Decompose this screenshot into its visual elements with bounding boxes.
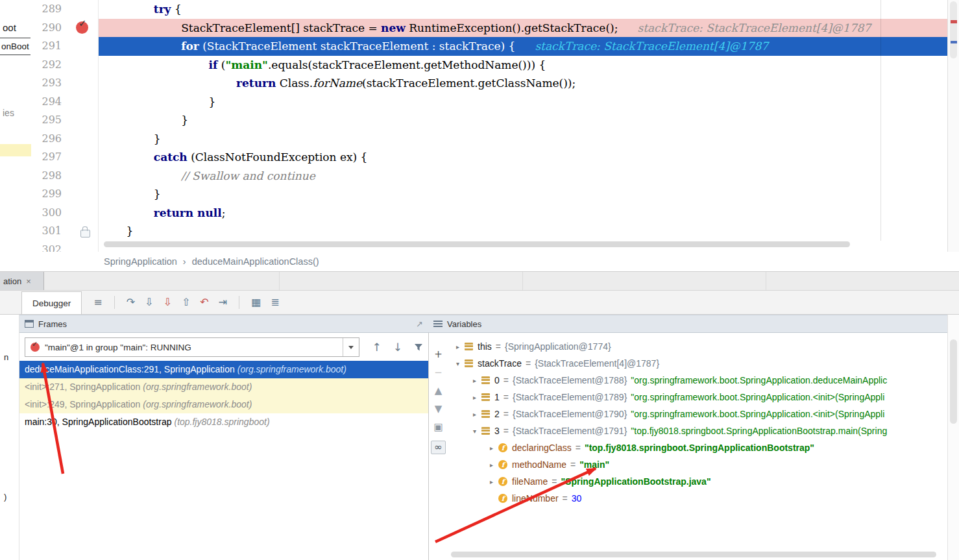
variables-vscrollbar[interactable] bbox=[947, 315, 959, 560]
line-number-gutter[interactable]: 296 bbox=[31, 130, 99, 149]
line-number-gutter[interactable]: 292 bbox=[31, 56, 99, 75]
code-token: .equals(stackTraceElement.getMethodName(… bbox=[268, 58, 546, 71]
stack-frame[interactable]: main:30, SpringApplicationBootstrap(top.… bbox=[19, 413, 428, 431]
filter-frames-icon[interactable] bbox=[414, 343, 423, 352]
scrollbar-thumb[interactable] bbox=[950, 339, 957, 424]
line-number-gutter[interactable]: 295 bbox=[31, 111, 99, 130]
chevron-right-icon[interactable]: ▸ bbox=[469, 377, 480, 384]
next-frame-icon[interactable]: ↓ bbox=[393, 342, 402, 353]
float-window-icon[interactable]: ↗ bbox=[416, 319, 423, 329]
force-step-into-icon[interactable]: ⇩ bbox=[164, 297, 172, 308]
stack-frame[interactable]: deduceMainApplicationClass:291, SpringAp… bbox=[19, 361, 428, 378]
duplicate-icon[interactable]: ▣ bbox=[433, 422, 443, 432]
drop-frame-icon[interactable]: ↶ bbox=[200, 297, 208, 308]
editor-vscrollbar[interactable] bbox=[947, 0, 959, 252]
variable-row[interactable]: ▾stackTrace={StackTraceElement[4]@1787} bbox=[448, 355, 947, 372]
code-line[interactable]: 292if ("main".equals(stackTraceElement.g… bbox=[31, 56, 947, 75]
code-token: return bbox=[236, 77, 276, 90]
code-token: } bbox=[209, 95, 216, 108]
chevron-right-icon[interactable]: ▸ bbox=[486, 444, 497, 452]
variables-panel-icon bbox=[433, 320, 443, 328]
remove-watch-icon[interactable]: − bbox=[434, 368, 443, 378]
line-number-gutter[interactable]: 300 bbox=[31, 204, 99, 223]
line-number-gutter[interactable]: 290✓ bbox=[31, 19, 99, 38]
variable-row[interactable]: ▸this={SpringApplication@1774} bbox=[448, 338, 947, 355]
variable-row[interactable]: ▸0={StackTraceElement@1788}"org.springfr… bbox=[448, 372, 947, 389]
variable-name: 1 bbox=[494, 392, 500, 402]
chevron-right-icon[interactable]: ▸ bbox=[486, 461, 497, 469]
variable-row[interactable]: ▾3={StackTraceElement@1791}"top.fjy8018.… bbox=[448, 422, 947, 439]
chevron-down-icon[interactable]: ▾ bbox=[469, 428, 480, 435]
chevron-right-icon[interactable]: ▸ bbox=[452, 343, 463, 350]
tab-debugger[interactable]: Debugger bbox=[21, 291, 82, 314]
code-line[interactable]: 289try { bbox=[31, 0, 947, 19]
variable-row[interactable]: ▸2={StackTraceElement@1790}"org.springfr… bbox=[448, 406, 947, 422]
line-number-gutter[interactable]: 291 bbox=[31, 37, 99, 56]
stack-frame[interactable]: <init>:249, SpringApplication(org.spring… bbox=[19, 396, 428, 413]
line-number-gutter[interactable]: 302 bbox=[31, 241, 99, 252]
step-over-icon[interactable]: ↷ bbox=[127, 297, 135, 308]
stack-frame[interactable]: <init>:271, SpringApplication(org.spring… bbox=[19, 378, 428, 396]
code-line[interactable]: 290✓StackTraceElement[] stackTrace = new… bbox=[31, 19, 947, 38]
variable-value-ref: {StackTraceElement@1790} bbox=[513, 409, 627, 419]
breakpoint-stripe-mark[interactable] bbox=[951, 20, 957, 23]
equals-sign: = bbox=[570, 459, 576, 470]
code-line[interactable]: 295} bbox=[31, 111, 947, 130]
code-token: try bbox=[154, 3, 171, 16]
previous-frame-icon[interactable]: ↑ bbox=[372, 342, 382, 353]
add-watch-icon[interactable]: + bbox=[434, 350, 443, 359]
code-editor[interactable]: 289try {290✓StackTraceElement[] stackTra… bbox=[0, 0, 947, 252]
code-line[interactable]: 296} bbox=[31, 130, 947, 149]
move-down-icon[interactable]: ▼ bbox=[435, 404, 443, 414]
breakpoint-verified-icon[interactable]: ✓ bbox=[76, 21, 88, 34]
variable-row[interactable]: ▸fdeclaringClass="top.fjy8018.springboot… bbox=[448, 439, 947, 456]
chevron-down-icon[interactable]: ▾ bbox=[452, 360, 463, 367]
close-icon[interactable]: × bbox=[26, 276, 31, 286]
execution-stripe-mark[interactable] bbox=[951, 41, 957, 43]
equals-sign: = bbox=[552, 476, 557, 487]
code-line[interactable]: 301} bbox=[31, 222, 947, 241]
chevron-right-icon[interactable]: ▸ bbox=[469, 394, 480, 401]
variable-row[interactable]: ▸1={StackTraceElement@1789}"org.springfr… bbox=[448, 389, 947, 406]
variable-row[interactable]: flineNumber=30 bbox=[448, 490, 947, 507]
code-line[interactable]: 291for (StackTraceElement stackTraceElem… bbox=[31, 37, 947, 56]
line-number-gutter[interactable]: 293 bbox=[31, 74, 99, 93]
breadcrumb-method[interactable]: deduceMainApplicationClass() bbox=[192, 256, 319, 267]
code-line[interactable]: 297catch (ClassNotFoundException ex) { bbox=[31, 148, 947, 167]
code-line[interactable]: 294} bbox=[31, 93, 947, 112]
line-number-gutter[interactable]: 294 bbox=[31, 93, 99, 112]
code-line[interactable]: 298// Swallow and continue bbox=[31, 167, 947, 186]
variable-name: declaringClass bbox=[512, 443, 572, 453]
inline-debug-hint: stackTrace: StackTraceElement[4]@1787 bbox=[637, 21, 871, 34]
chevron-down-icon[interactable] bbox=[343, 338, 359, 356]
code-token: StackTraceElement[] stackTrace = bbox=[181, 21, 381, 34]
breadcrumb-class[interactable]: SpringApplication bbox=[104, 256, 177, 267]
chevron-right-icon[interactable]: ▸ bbox=[486, 478, 497, 485]
restore-layout-icon[interactable]: ≡ bbox=[93, 297, 102, 308]
code-line[interactable]: 300return null; bbox=[31, 204, 947, 223]
line-number-gutter[interactable]: 301 bbox=[31, 222, 99, 241]
line-number-gutter[interactable]: 289 bbox=[31, 0, 99, 19]
scrollbar-thumb[interactable] bbox=[950, 1, 957, 58]
line-number-gutter[interactable]: 298 bbox=[31, 167, 99, 186]
variable-row[interactable]: ▸fmethodName="main" bbox=[448, 456, 947, 473]
code-line[interactable]: 293return Class.forName(stackTraceElemen… bbox=[31, 74, 947, 93]
line-number-gutter[interactable]: 299 bbox=[31, 185, 99, 204]
code-line[interactable]: 299} bbox=[31, 185, 947, 204]
editor-lines[interactable]: 289try {290✓StackTraceElement[] stackTra… bbox=[31, 0, 947, 252]
run-to-cursor-icon[interactable]: ⇥ bbox=[219, 297, 227, 308]
variable-row[interactable]: ▸ffileName="SpringApplicationBootstrap.j… bbox=[448, 473, 947, 490]
threads-view-icon[interactable]: ≣ bbox=[271, 297, 279, 308]
editor-hscrollbar[interactable] bbox=[104, 241, 850, 247]
variables-hscrollbar[interactable] bbox=[451, 552, 936, 557]
right-margin-guide bbox=[880, 0, 881, 241]
tab-application[interactable]: ation × bbox=[0, 272, 44, 290]
step-out-icon[interactable]: ⇧ bbox=[182, 297, 190, 308]
show-values-inline-icon[interactable]: ∞ bbox=[431, 441, 446, 454]
line-number-gutter[interactable]: 297 bbox=[31, 148, 99, 167]
chevron-right-icon[interactable]: ▸ bbox=[469, 411, 480, 418]
step-into-icon[interactable]: ⇩ bbox=[145, 297, 153, 308]
thread-selector[interactable]: "main"@1 in group "main": RUNNING bbox=[25, 337, 359, 357]
move-up-icon[interactable]: ▲ bbox=[435, 386, 443, 396]
view-as-table-icon[interactable]: ▦ bbox=[251, 297, 261, 308]
